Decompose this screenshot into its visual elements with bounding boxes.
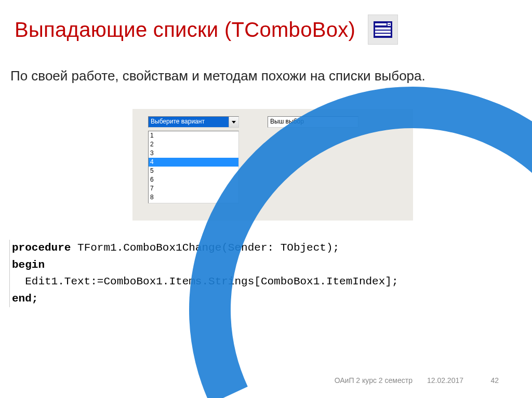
list-item[interactable]: 5 — [149, 167, 238, 175]
code-keyword: begin — [12, 259, 45, 271]
footer-page: 42 — [478, 376, 499, 385]
svg-rect-4 — [375, 31, 391, 33]
combobox-dropdown-button[interactable] — [229, 117, 238, 127]
slide-title: Выпадающие списки (TComboBox) — [15, 18, 355, 42]
combobox-text: Выберите вариант — [149, 117, 229, 127]
code-keyword: procedure — [12, 242, 71, 254]
combobox-icon — [368, 15, 398, 45]
combobox[interactable]: Выберите вариант — [148, 116, 239, 128]
code-keyword: end; — [12, 293, 38, 305]
list-item[interactable]: 1 — [149, 131, 238, 140]
title-row: Выпадающие списки (TComboBox) — [15, 15, 517, 45]
list-item[interactable]: 6 — [149, 175, 238, 184]
list-item[interactable]: 4 — [149, 158, 238, 167]
chevron-down-icon — [232, 121, 236, 123]
svg-rect-5 — [375, 34, 391, 36]
list-item[interactable]: 3 — [149, 149, 238, 158]
intro-text: По своей работе, свойствам и методам пох… — [10, 67, 425, 85]
list-item[interactable]: 2 — [149, 140, 238, 149]
svg-rect-3 — [375, 28, 391, 30]
footer-course: ОАиП 2 курс 2 семестр — [335, 376, 413, 385]
footer: ОАиП 2 курс 2 семестр 12.02.2017 42 — [0, 376, 532, 385]
footer-date: 12.02.2017 — [427, 376, 463, 385]
svg-rect-1 — [375, 23, 387, 25]
